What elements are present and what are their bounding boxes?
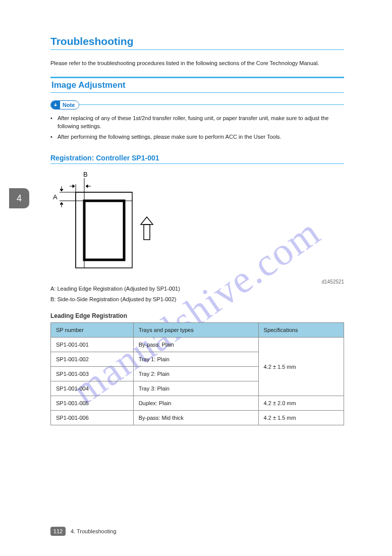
svg-rect-6 — [84, 201, 124, 260]
subheading-leading-edge: Leading Edge Registration — [50, 312, 344, 319]
diagram-label-a: A — [53, 193, 58, 201]
arrow-down-icon — [51, 100, 60, 109]
cell-sp: SP1-001-003 — [51, 367, 134, 381]
cell-sp: SP1-001-006 — [51, 411, 134, 425]
table-header-sp: SP number — [51, 323, 134, 338]
page-number: 112 — [50, 527, 66, 536]
cell-tray: By-pass: Mid thick — [133, 411, 258, 425]
diagram-code: d1452521 — [50, 279, 344, 285]
cell-spec: 4.2 ± 2.0 mm — [258, 396, 344, 411]
legend-line: A: Leading Edge Registration (Adjusted b… — [50, 285, 344, 293]
footer-chapter: 4. Troubleshooting — [71, 528, 117, 534]
note-bullet: •After performing the following settings… — [50, 133, 344, 141]
cell-sp: SP1-001-001 — [51, 338, 134, 352]
registration-table: SP number Trays and paper types Specific… — [50, 322, 344, 425]
registration-diagram: B A d1452521 — [50, 169, 344, 285]
intro-paragraph: Please refer to the troubleshooting proc… — [50, 59, 344, 68]
title-underline — [50, 49, 344, 50]
cell-tray: Tray 3: Plain — [133, 381, 258, 396]
note-label: Note — [60, 102, 79, 108]
page-footer: 112 4. Troubleshooting — [50, 527, 344, 536]
cell-spec: 4.2 ± 1.5 mm — [258, 411, 344, 425]
cell-tray: Tray 1: Plain — [133, 352, 258, 367]
cell-sp: SP1-001-002 — [51, 352, 134, 367]
cell-tray: By-pass: Plain — [133, 338, 258, 352]
table-header-tray: Trays and paper types — [133, 323, 258, 338]
diagram-label-b: B — [83, 171, 88, 178]
subheading-registration: Registration: Controller SP1-001 — [50, 154, 344, 164]
table-row: SP1-001-001By-pass: Plain4.2 ± 1.5 mm — [51, 338, 344, 352]
note-callout: Note — [50, 100, 344, 110]
note-bullet: •After replacing of any of these 1st/2nd… — [50, 114, 344, 131]
table-row: SP1-001-005Duplex: Plain4.2 ± 2.0 mm — [51, 396, 344, 411]
page-title: Troubleshooting — [50, 35, 344, 47]
cell-sp: SP1-001-005 — [51, 396, 134, 411]
table-header-spec: Specifications — [258, 323, 344, 338]
svg-rect-7 — [144, 225, 150, 240]
cell-tray: Tray 2: Plain — [133, 367, 258, 381]
section-heading-image-adjustment: Image Adjustment — [50, 77, 344, 93]
cell-spec: 4.2 ± 1.5 mm — [258, 338, 344, 396]
section-tab-index: 4 — [9, 188, 29, 208]
legend-line: B: Side-to-Side Registration (Adjusted b… — [50, 295, 344, 304]
cell-sp: SP1-001-004 — [51, 381, 134, 396]
cell-tray: Duplex: Plain — [133, 396, 258, 411]
table-row: SP1-001-006By-pass: Mid thick4.2 ± 1.5 m… — [51, 411, 344, 425]
